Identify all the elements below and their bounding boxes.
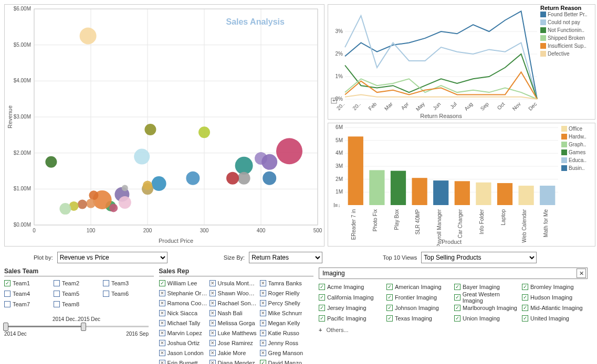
rep-checkbox[interactable]: Melissa Gorga <box>210 318 258 328</box>
check-icon[interactable] <box>386 305 393 311</box>
x-icon[interactable] <box>210 320 216 326</box>
team-checkbox-team7[interactable]: Team7 <box>4 299 50 309</box>
rep-checkbox[interactable]: Luke Matthews <box>210 328 258 338</box>
x-icon[interactable] <box>210 350 216 356</box>
team-checkbox-team1[interactable]: Team1 <box>4 279 50 288</box>
x-icon[interactable] <box>260 330 266 336</box>
check-icon[interactable] <box>522 284 528 290</box>
rep-checkbox[interactable]: Roger Rielly <box>260 288 308 298</box>
team-checkbox-team2[interactable]: Team2 <box>54 279 100 288</box>
check-icon[interactable] <box>386 294 393 301</box>
rep-checkbox[interactable]: Marvin Lopez <box>159 328 207 338</box>
x-icon[interactable] <box>210 290 216 296</box>
rep-checkbox[interactable]: William Lee <box>159 279 207 288</box>
check-icon[interactable] <box>454 294 460 301</box>
check-icon[interactable] <box>454 284 460 290</box>
rep-checkbox[interactable]: Nick Siacca <box>159 308 207 318</box>
others-link[interactable]: + Others... <box>319 325 588 335</box>
check-icon[interactable] <box>386 315 393 322</box>
check-icon[interactable] <box>522 294 528 301</box>
plot-by-select[interactable]: Revenue vs Price <box>57 252 167 263</box>
x-icon[interactable] <box>159 350 165 356</box>
team-checkbox-team3[interactable]: Team3 <box>103 279 149 288</box>
check-icon[interactable] <box>159 280 165 286</box>
rep-checkbox[interactable]: Joshua Ortiz <box>159 338 207 348</box>
check-icon[interactable] <box>522 305 528 311</box>
imaging-item[interactable]: Bayer Imaging <box>454 282 520 292</box>
top10-select[interactable]: Top Selling Products <box>421 252 537 263</box>
x-icon[interactable] <box>159 310 165 316</box>
x-icon[interactable] <box>210 360 216 364</box>
imaging-item[interactable]: California Imaging <box>319 293 384 302</box>
check-icon[interactable] <box>454 315 460 322</box>
rep-checkbox[interactable]: Nash Bali <box>210 308 258 318</box>
rep-checkbox[interactable]: Jose Ramirez <box>210 338 258 348</box>
check-icon[interactable] <box>260 360 266 364</box>
rep-checkbox[interactable]: Percy Shelly <box>260 298 308 308</box>
x-icon[interactable] <box>159 330 165 336</box>
rep-checkbox[interactable]: Ursula Monteiro <box>210 279 258 288</box>
team-checkbox-team8[interactable]: Team8 <box>54 299 100 309</box>
rep-checkbox[interactable]: Stephanie Oran <box>159 288 207 298</box>
check-icon[interactable] <box>522 315 528 322</box>
rep-checkbox[interactable]: Mike Schnurr <box>260 308 308 318</box>
rep-checkbox[interactable]: Jenny Ross <box>260 338 308 348</box>
rep-checkbox[interactable]: Shawn Woodley <box>210 288 258 298</box>
check-icon[interactable] <box>319 284 325 290</box>
size-by-select[interactable]: Return Rates <box>249 252 322 263</box>
team-checkbox-team5[interactable]: Team5 <box>54 289 100 298</box>
checkbox-icon[interactable] <box>54 291 60 297</box>
rep-checkbox[interactable]: Jason London <box>159 348 207 358</box>
rep-checkbox[interactable]: Rachael Sontag <box>210 298 258 308</box>
checkbox-icon[interactable] <box>54 301 60 307</box>
rep-checkbox[interactable]: Ramona Coope <box>159 298 207 308</box>
rep-checkbox[interactable]: Michael Tally <box>159 318 207 328</box>
x-icon[interactable] <box>159 360 165 364</box>
checkbox-icon[interactable] <box>54 280 60 286</box>
x-icon[interactable] <box>260 320 266 326</box>
x-icon[interactable] <box>159 340 165 346</box>
imaging-item[interactable]: Mid-Atlantic Imaging <box>522 303 588 313</box>
time-slider[interactable]: 2014 Dec..2015 Dec 2014 Dec 2016 Sep <box>4 316 149 337</box>
check-icon[interactable] <box>319 294 325 301</box>
x-icon[interactable] <box>260 280 266 286</box>
imaging-item[interactable]: Great Western Imaging <box>454 293 520 302</box>
team-checkbox-team4[interactable]: Team4 <box>4 289 50 298</box>
imaging-item[interactable]: United Imaging <box>522 314 588 323</box>
x-icon[interactable] <box>260 290 266 296</box>
check-icon[interactable] <box>454 305 460 311</box>
rep-checkbox[interactable]: Megan Kelly <box>260 318 308 328</box>
check-icon[interactable] <box>319 305 325 311</box>
x-icon[interactable] <box>210 280 216 286</box>
slider-handle-end[interactable] <box>81 323 86 331</box>
check-icon[interactable] <box>386 284 393 290</box>
x-icon[interactable] <box>260 300 266 306</box>
x-icon[interactable] <box>260 340 266 346</box>
x-icon[interactable] <box>210 330 216 336</box>
search-input[interactable] <box>319 269 577 278</box>
imaging-item[interactable]: Union Imaging <box>454 314 520 323</box>
imaging-item[interactable]: American Imaging <box>386 282 452 292</box>
slider-handle-start[interactable] <box>3 323 8 331</box>
imaging-item[interactable]: Hudson Imaging <box>522 293 588 302</box>
x-icon[interactable] <box>159 320 165 326</box>
imaging-item[interactable]: Johnson Imaging <box>386 303 452 313</box>
x-icon[interactable] <box>260 310 266 316</box>
imaging-item[interactable]: Marlborough Imaging <box>454 303 520 313</box>
rep-checkbox[interactable]: Jakie More <box>210 348 258 358</box>
imaging-item[interactable]: Texas Imaging <box>386 314 452 323</box>
imaging-item[interactable]: Acme Imaging <box>319 282 384 292</box>
rep-checkbox[interactable]: Greg Manson <box>260 348 308 358</box>
checkbox-icon[interactable] <box>103 280 109 286</box>
checkbox-icon[interactable] <box>4 280 11 286</box>
rep-checkbox[interactable]: Katie Russo <box>260 328 308 338</box>
x-icon[interactable] <box>210 310 216 316</box>
checkbox-icon[interactable] <box>4 301 11 307</box>
rep-checkbox[interactable]: Tamra Banks <box>260 279 308 288</box>
x-icon[interactable] <box>159 290 165 296</box>
search-clear[interactable]: ✕ <box>577 269 586 278</box>
x-icon[interactable] <box>210 340 216 346</box>
search-box[interactable]: ✕ <box>319 267 588 279</box>
rep-checkbox[interactable]: Diana Mendez <box>210 358 258 364</box>
rep-checkbox[interactable]: Erin Burnett <box>159 358 207 364</box>
